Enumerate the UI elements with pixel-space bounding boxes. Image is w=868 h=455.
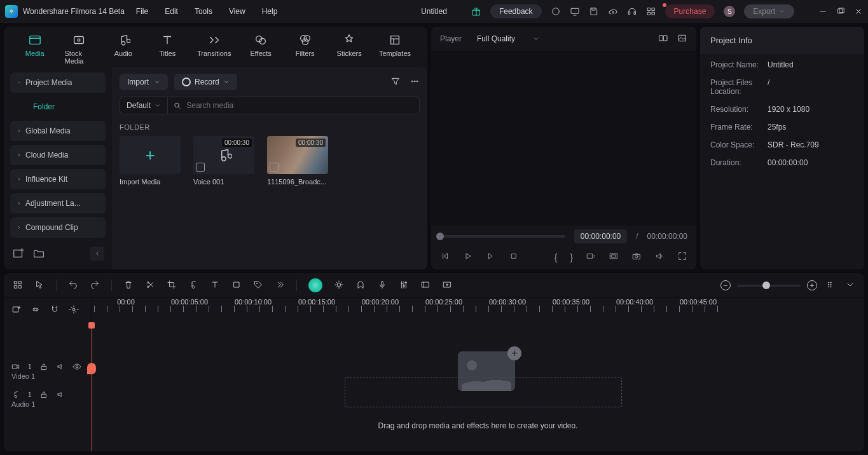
keyframe-panel-icon[interactable] [420,280,431,292]
zoom-out-button[interactable]: − [720,280,731,290]
menu-tools[interactable]: Tools [195,7,212,16]
account-avatar[interactable]: S [724,6,735,17]
aspect-dropdown[interactable] [586,251,596,263]
window-minimize-button[interactable] [818,7,827,16]
tab-filters[interactable]: Filters [291,33,320,67]
auto-ripple-icon[interactable] [69,304,79,316]
mute-icon[interactable] [56,390,65,399]
tab-media[interactable]: Media [20,33,50,67]
sidenav-influence-kit[interactable]: Influence Kit [10,169,106,189]
headset-icon[interactable] [627,6,637,17]
next-frame-button[interactable] [486,251,496,263]
audio-mixer-icon[interactable] [399,280,409,292]
search-field[interactable] [167,97,420,114]
snapshot-icon[interactable] [631,251,642,263]
purchase-button[interactable]: Purchase [665,4,715,18]
menu-edit[interactable]: Edit [165,7,178,16]
link-tracks-icon[interactable] [31,304,41,316]
sidenav-folder[interactable]: Folder [10,97,106,117]
menu-file[interactable]: File [136,7,148,16]
monitor-icon[interactable] [570,6,580,17]
redo-button[interactable] [90,280,100,292]
transform-icon[interactable] [231,280,242,292]
timeline-layout-icon[interactable] [13,280,23,292]
search-input[interactable] [186,101,414,110]
timeline-view-icon[interactable] [826,280,836,292]
ai-assistant-button[interactable] [308,278,322,292]
import-dropdown[interactable]: Import [120,74,168,90]
sidenav-adjustment-layer[interactable]: Adjustment La... [10,193,106,214]
volume-icon[interactable] [654,251,665,263]
audio-track-header[interactable]: 1 Audio 1 [4,388,91,416]
sidenav-project-media[interactable]: Project Media [10,72,106,93]
player-quality-dropdown[interactable]: Full Quality [473,32,543,46]
mark-in-button[interactable]: { [555,252,558,262]
menu-view[interactable]: View [229,7,245,16]
play-button[interactable] [463,251,473,263]
filter-icon[interactable] [390,76,401,88]
timeline-options-icon[interactable] [845,280,855,292]
fullscreen-icon[interactable] [677,251,687,263]
select-tool-icon[interactable] [34,280,45,292]
media-item-video[interactable]: 00:00:30 1115096_Broadc... [267,136,328,186]
tab-audio[interactable]: Audio [109,33,138,67]
new-bin-icon[interactable] [11,247,25,261]
window-maximize-button[interactable] [836,7,845,16]
undo-button[interactable] [68,280,78,292]
video-track-header[interactable]: 1 Video 1 [4,360,91,388]
add-track-icon[interactable] [11,304,22,316]
marker-icon[interactable] [355,280,366,292]
timeline-tracks-area[interactable]: 00:00 00:00:05:00 00:00:10:00 00:00:15:0… [92,298,864,451]
speed-button[interactable] [188,280,198,292]
sidenav-cloud-media[interactable]: Cloud Media [10,145,106,165]
safe-zone-icon[interactable] [609,251,619,263]
timeline-dropzone[interactable] [345,377,622,407]
render-icon[interactable] [442,280,452,292]
tab-transitions[interactable]: Transitions [197,33,231,67]
lock-icon[interactable] [39,362,48,371]
voiceover-icon[interactable] [377,280,387,292]
layout-compare-icon[interactable] [658,33,668,45]
more-icon[interactable] [410,76,420,88]
sidenav-global-media[interactable]: Global Media [10,121,106,141]
export-button[interactable]: Export [744,4,794,18]
apps-icon[interactable] [646,6,656,17]
text-tool-icon[interactable] [210,280,220,292]
zoom-in-button[interactable]: + [807,280,817,290]
feedback-button[interactable]: Feedback [490,4,542,18]
lock-icon[interactable] [39,390,48,399]
stop-button[interactable] [509,251,519,263]
zoom-slider[interactable] [737,285,801,287]
sidenav-compound-clip[interactable]: Compound Clip [10,217,106,238]
record-status-icon[interactable] [551,6,561,17]
image-icon[interactable] [677,33,687,45]
mute-icon[interactable] [56,362,65,371]
save-icon[interactable] [589,6,599,17]
tab-stock-media[interactable]: Stock Media [65,33,94,67]
magnet-icon[interactable] [50,304,60,316]
media-item-audio[interactable]: 00:00:30 Voice 001 [193,136,254,186]
tab-effects[interactable]: Effects [246,33,275,67]
timeline-ruler[interactable]: 00:00 00:00:05:00 00:00:10:00 00:00:15:0… [92,298,864,321]
record-dropdown[interactable]: Record [174,74,237,90]
tab-templates[interactable]: Templates [379,33,411,67]
delete-button[interactable] [123,280,134,292]
sort-dropdown[interactable]: Default [120,97,167,114]
crop-button[interactable] [167,280,177,292]
more-tools-icon[interactable] [275,280,285,292]
window-close-button[interactable] [854,7,863,16]
split-button[interactable] [145,280,155,292]
collapse-sidenav-button[interactable] [90,247,104,261]
mark-out-button[interactable]: } [570,252,573,262]
visibility-icon[interactable] [72,362,81,371]
prev-frame-button[interactable] [440,251,450,263]
tab-titles[interactable]: Titles [153,33,183,67]
menu-help[interactable]: Help [262,7,278,16]
tag-icon[interactable] [253,280,263,292]
player-seekbar[interactable] [440,235,565,238]
gift-icon[interactable] [471,6,481,17]
tab-stickers[interactable]: Stickers [334,33,364,67]
player-viewport[interactable] [431,51,696,226]
add-clip-icon[interactable]: + [507,346,521,360]
color-icon[interactable] [334,280,344,292]
